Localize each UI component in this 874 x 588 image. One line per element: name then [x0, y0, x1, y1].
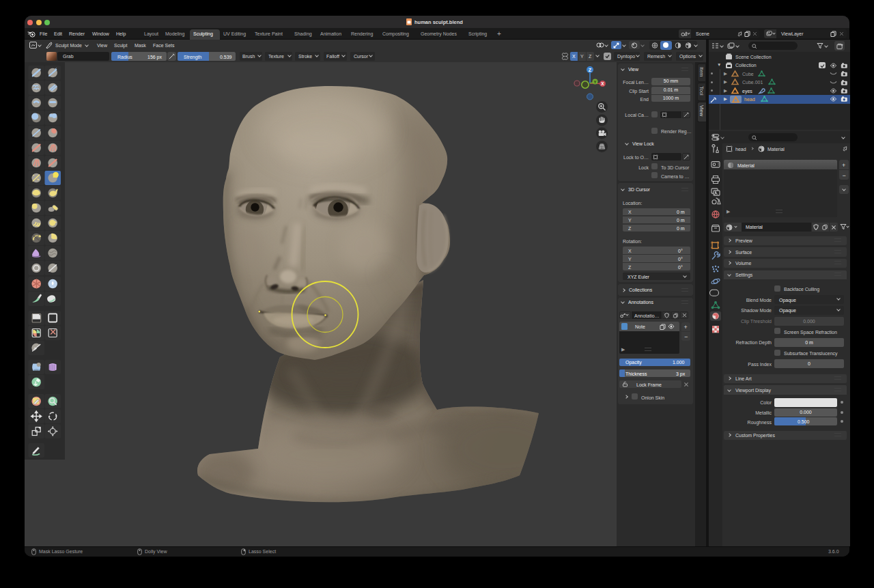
svg-text:Z: Z: [589, 68, 592, 72]
svg-text:Y: Y: [593, 80, 596, 84]
